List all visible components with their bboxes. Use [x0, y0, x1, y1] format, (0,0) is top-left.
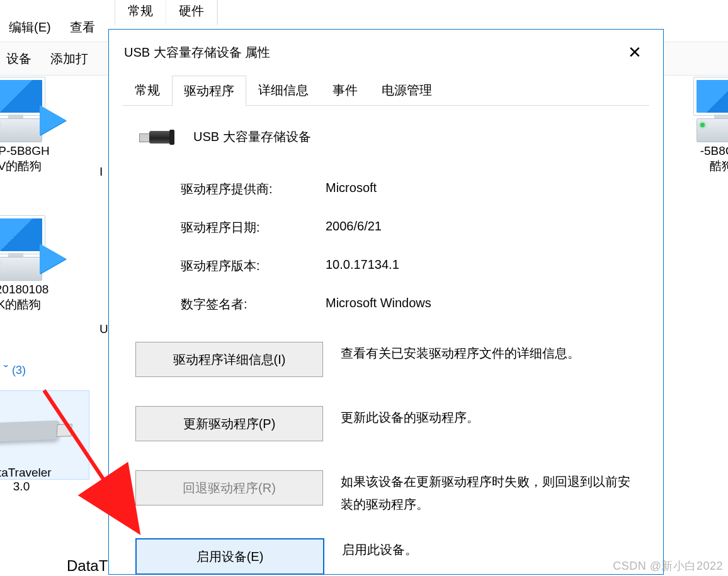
label-signer: 数字签名者: [181, 296, 326, 313]
properties-dialog: USB 大容量存储设备 属性 ✕ 常规 驱动程序 详细信息 事件 电源管理 US… [108, 29, 664, 575]
menu-edit[interactable]: 编辑(E) [6, 16, 54, 38]
usb-icon [139, 130, 172, 145]
close-button[interactable]: ✕ [622, 42, 648, 63]
value-provider: Microsoft [326, 181, 638, 198]
label-version: 驱动程序版本: [181, 257, 326, 274]
device-label: -5B8GH [700, 144, 728, 158]
device-label: VV的酷狗 [0, 158, 42, 174]
device-item-usb[interactable]: ataTraveler 3.0 [0, 400, 59, 494]
parent-tab-general[interactable]: 常规 [115, 0, 166, 25]
menubar: 编辑(E) 查看 [0, 16, 98, 38]
row-update: 更新驱动程序(P) 更新此设备的驱动程序。 [135, 406, 638, 441]
parent-tab-hardware[interactable]: 硬件 [166, 0, 217, 25]
desc-update: 更新此设备的驱动程序。 [341, 406, 479, 429]
tab-events[interactable]: 事件 [321, 75, 370, 105]
device-header: USB 大容量存储设备 [135, 128, 638, 145]
tab-general[interactable]: 常规 [123, 75, 172, 105]
titlebar: USB 大容量存储设备 属性 ✕ [109, 30, 663, 75]
chevron-down-icon: ˇ [4, 364, 8, 376]
play-icon [40, 105, 66, 135]
toolbar-add-printer[interactable]: 添加打 [50, 50, 88, 67]
row-rollback: 回退驱动程序(R) 如果该设备在更新驱动程序时失败，则回退到以前安装的驱动程序。 [135, 470, 638, 516]
device-name: USB 大容量存储设备 [193, 128, 311, 145]
device-item[interactable]: TOP-5B8GH VV的酷狗 [0, 76, 54, 174]
value-signer: Microsoft Windows [326, 296, 638, 313]
tab-strip: 常规 驱动程序 详细信息 事件 电源管理 [123, 75, 649, 106]
tab-details[interactable]: 详细信息 [246, 75, 321, 105]
enable-device-button[interactable]: 启用设备(E) [135, 538, 324, 575]
device-label: 酷狗 [710, 158, 728, 174]
driver-info: 驱动程序提供商: Microsoft 驱动程序日期: 2006/6/21 驱动程… [181, 181, 638, 313]
driver-details-button[interactable]: 驱动程序详细信息(I) [135, 342, 323, 377]
label-provider: 驱动程序提供商: [181, 181, 326, 198]
tab-power[interactable]: 电源管理 [370, 75, 444, 105]
label-date: 驱动程序日期: [181, 219, 326, 236]
section-count: (3) [12, 364, 26, 376]
section-link[interactable]: ˇ (3) [0, 364, 26, 377]
toolbar-device[interactable]: 设备 [6, 50, 31, 67]
watermark: CSDN @新小白2022 [613, 558, 723, 573]
parent-tabs: 常规 硬件 [115, 0, 218, 25]
play-icon [40, 244, 66, 274]
device-label: 3.0 [13, 480, 30, 494]
device-label-cut: U [100, 322, 108, 336]
value-date: 2006/6/21 [326, 219, 638, 236]
menu-view[interactable]: 查看 [67, 16, 98, 38]
desc-enable: 启用此设备。 [342, 538, 418, 561]
tab-driver[interactable]: 驱动程序 [172, 76, 246, 106]
device-label: 3K的酷狗 [0, 296, 41, 313]
desc-rollback: 如果该设备在更新驱动程序时失败，则回退到以前安装的驱动程序。 [341, 470, 638, 516]
device-label: ataTraveler [0, 466, 52, 480]
row-details: 驱动程序详细信息(I) 查看有关已安装驱动程序文件的详细信息。 [135, 342, 638, 377]
usb-drive-icon [0, 421, 60, 442]
device-item[interactable]: -5B8GH 酷狗 [684, 76, 728, 174]
selected-device-name: DataT [67, 557, 108, 575]
device-label: TOP-5B8GH [0, 144, 50, 158]
dialog-title: USB 大容量存储设备 属性 [124, 44, 270, 61]
device-item[interactable]: R-20180108 3K的酷狗 [0, 214, 54, 313]
update-driver-button[interactable]: 更新驱动程序(P) [135, 406, 323, 441]
device-label: R-20180108 [0, 283, 48, 296]
dialog-body: USB 大容量存储设备 驱动程序提供商: Microsoft 驱动程序日期: 2… [109, 106, 663, 575]
device-label-cut: I [100, 165, 103, 179]
rollback-driver-button: 回退驱动程序(R) [135, 470, 323, 505]
desc-details: 查看有关已安装驱动程序文件的详细信息。 [341, 342, 580, 364]
value-version: 10.0.17134.1 [326, 257, 638, 274]
row-enable: 启用设备(E) 启用此设备。 [135, 538, 638, 575]
